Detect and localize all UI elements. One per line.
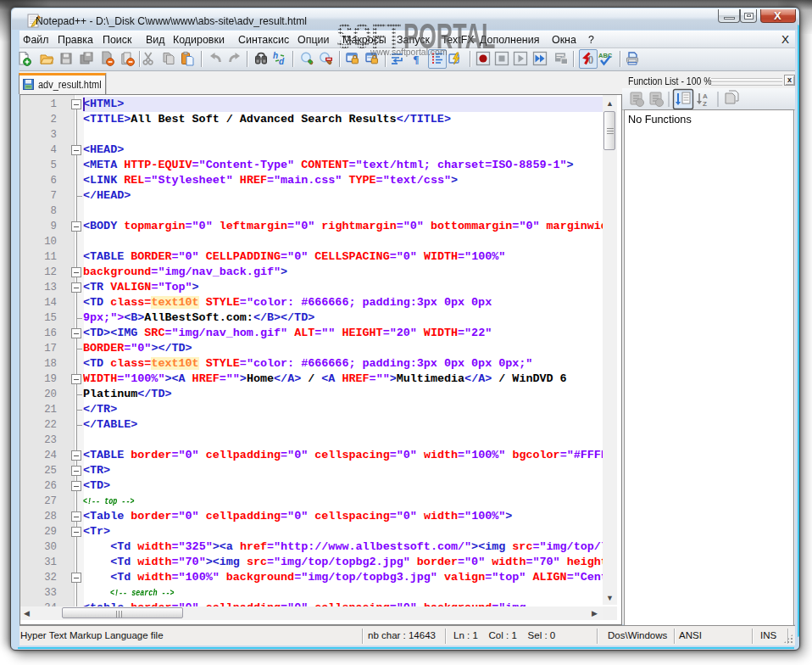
svg-text:(): () — [588, 55, 593, 64]
svg-text:Z: Z — [703, 100, 707, 108]
svg-text:h: h — [273, 51, 278, 60]
svg-text:A: A — [703, 92, 708, 100]
svg-text:d: d — [279, 57, 285, 66]
svg-text:uc: uc — [562, 54, 567, 59]
svg-text:ABC: ABC — [598, 52, 613, 59]
